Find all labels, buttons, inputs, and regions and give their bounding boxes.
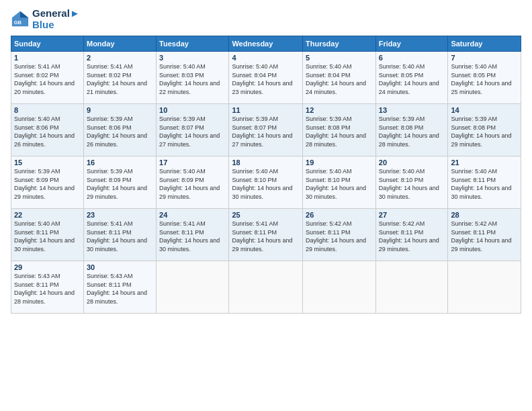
day-number: 16	[87, 158, 153, 167]
table-row: 22 Sunrise: 5:40 AM Sunset: 8:11 PM Dayl…	[11, 209, 84, 261]
table-row: 15 Sunrise: 5:39 AM Sunset: 8:09 PM Dayl…	[11, 156, 84, 209]
day-number: 23	[87, 211, 153, 219]
table-row: 12 Sunrise: 5:39 AM Sunset: 8:08 PM Dayl…	[303, 104, 376, 156]
cell-content: Sunrise: 5:43 AM Sunset: 8:11 PM Dayligh…	[14, 272, 81, 306]
day-number: 1	[14, 54, 81, 62]
table-row: 13 Sunrise: 5:39 AM Sunset: 8:08 PM Dayl…	[375, 104, 448, 156]
calendar-table: SundayMondayTuesdayWednesdayThursdayFrid…	[11, 36, 521, 314]
logo: GB General► Blue	[11, 8, 80, 30]
table-row: 2 Sunrise: 5:41 AM Sunset: 8:02 PM Dayli…	[83, 52, 156, 104]
day-number: 2	[87, 54, 153, 62]
day-number: 19	[306, 158, 373, 167]
day-number: 24	[159, 211, 226, 219]
weekday-header-tuesday: Tuesday	[157, 36, 229, 52]
table-row: 9 Sunrise: 5:39 AM Sunset: 8:06 PM Dayli…	[83, 104, 156, 156]
logo-text: General► Blue	[32, 8, 80, 30]
day-number: 22	[14, 211, 81, 219]
cell-content: Sunrise: 5:39 AM Sunset: 8:06 PM Dayligh…	[87, 115, 153, 148]
day-number: 4	[232, 54, 300, 62]
day-number: 27	[379, 211, 445, 219]
table-row	[375, 261, 448, 314]
day-number: 18	[232, 158, 300, 167]
day-number: 28	[451, 211, 518, 219]
cell-content: Sunrise: 5:40 AM Sunset: 8:05 PM Dayligh…	[451, 62, 518, 96]
table-row	[157, 261, 229, 314]
cell-content: Sunrise: 5:39 AM Sunset: 8:07 PM Dayligh…	[159, 115, 226, 148]
cell-content: Sunrise: 5:42 AM Sunset: 8:11 PM Dayligh…	[379, 220, 445, 253]
day-number: 29	[14, 263, 81, 271]
cell-content: Sunrise: 5:40 AM Sunset: 8:04 PM Dayligh…	[232, 62, 300, 96]
table-row: 16 Sunrise: 5:39 AM Sunset: 8:09 PM Dayl…	[83, 156, 156, 209]
day-number: 7	[451, 54, 518, 62]
svg-marker-1	[20, 11, 28, 17]
weekday-header-wednesday: Wednesday	[229, 36, 303, 52]
table-row: 14 Sunrise: 5:39 AM Sunset: 8:08 PM Dayl…	[448, 104, 521, 156]
cell-content: Sunrise: 5:41 AM Sunset: 8:02 PM Dayligh…	[87, 62, 153, 96]
table-row	[229, 261, 303, 314]
cell-content: Sunrise: 5:40 AM Sunset: 8:05 PM Dayligh…	[379, 62, 445, 96]
table-row: 19 Sunrise: 5:40 AM Sunset: 8:10 PM Dayl…	[303, 156, 376, 209]
table-row: 6 Sunrise: 5:40 AM Sunset: 8:05 PM Dayli…	[375, 52, 448, 104]
svg-text:GB: GB	[14, 19, 22, 25]
day-number: 21	[451, 158, 518, 167]
weekday-header-sunday: Sunday	[11, 36, 84, 52]
day-number: 25	[232, 211, 300, 219]
table-row: 11 Sunrise: 5:39 AM Sunset: 8:07 PM Dayl…	[229, 104, 303, 156]
day-number: 9	[87, 106, 153, 114]
cell-content: Sunrise: 5:39 AM Sunset: 8:08 PM Dayligh…	[379, 115, 445, 148]
table-row: 21 Sunrise: 5:40 AM Sunset: 8:11 PM Dayl…	[448, 156, 521, 209]
calendar-header: SundayMondayTuesdayWednesdayThursdayFrid…	[11, 36, 521, 52]
day-number: 26	[306, 211, 373, 219]
table-row: 28 Sunrise: 5:42 AM Sunset: 8:11 PM Dayl…	[448, 209, 521, 261]
logo-icon: GB	[11, 10, 30, 29]
day-number: 10	[159, 106, 226, 114]
cell-content: Sunrise: 5:42 AM Sunset: 8:11 PM Dayligh…	[451, 220, 518, 253]
weekday-header-thursday: Thursday	[303, 36, 376, 52]
cell-content: Sunrise: 5:40 AM Sunset: 8:06 PM Dayligh…	[14, 115, 81, 148]
table-row: 4 Sunrise: 5:40 AM Sunset: 8:04 PM Dayli…	[229, 52, 303, 104]
day-number: 11	[232, 106, 300, 114]
table-row: 7 Sunrise: 5:40 AM Sunset: 8:05 PM Dayli…	[448, 52, 521, 104]
cell-content: Sunrise: 5:40 AM Sunset: 8:10 PM Dayligh…	[379, 167, 445, 201]
table-row: 29 Sunrise: 5:43 AM Sunset: 8:11 PM Dayl…	[11, 261, 84, 314]
cell-content: Sunrise: 5:40 AM Sunset: 8:11 PM Dayligh…	[451, 167, 518, 201]
table-row: 8 Sunrise: 5:40 AM Sunset: 8:06 PM Dayli…	[11, 104, 84, 156]
table-row: 23 Sunrise: 5:41 AM Sunset: 8:11 PM Dayl…	[83, 209, 156, 261]
table-row: 20 Sunrise: 5:40 AM Sunset: 8:10 PM Dayl…	[375, 156, 448, 209]
day-number: 6	[379, 54, 445, 62]
day-number: 8	[14, 106, 81, 114]
day-number: 13	[379, 106, 445, 114]
cell-content: Sunrise: 5:39 AM Sunset: 8:09 PM Dayligh…	[87, 167, 153, 201]
day-number: 12	[306, 106, 373, 114]
cell-content: Sunrise: 5:43 AM Sunset: 8:11 PM Dayligh…	[87, 272, 153, 306]
cell-content: Sunrise: 5:40 AM Sunset: 8:04 PM Dayligh…	[306, 62, 373, 96]
cell-content: Sunrise: 5:40 AM Sunset: 8:09 PM Dayligh…	[159, 167, 226, 201]
table-row	[448, 261, 521, 314]
table-row: 10 Sunrise: 5:39 AM Sunset: 8:07 PM Dayl…	[157, 104, 229, 156]
day-number: 20	[379, 158, 445, 167]
weekday-header-monday: Monday	[83, 36, 156, 52]
cell-content: Sunrise: 5:41 AM Sunset: 8:02 PM Dayligh…	[14, 62, 81, 96]
cell-content: Sunrise: 5:41 AM Sunset: 8:11 PM Dayligh…	[87, 220, 153, 253]
cell-content: Sunrise: 5:39 AM Sunset: 8:08 PM Dayligh…	[451, 115, 518, 148]
table-row: 27 Sunrise: 5:42 AM Sunset: 8:11 PM Dayl…	[375, 209, 448, 261]
table-row	[303, 261, 376, 314]
cell-content: Sunrise: 5:41 AM Sunset: 8:11 PM Dayligh…	[232, 220, 300, 253]
table-row: 5 Sunrise: 5:40 AM Sunset: 8:04 PM Dayli…	[303, 52, 376, 104]
cell-content: Sunrise: 5:42 AM Sunset: 8:11 PM Dayligh…	[306, 220, 373, 253]
table-row: 30 Sunrise: 5:43 AM Sunset: 8:11 PM Dayl…	[83, 261, 156, 314]
table-row: 3 Sunrise: 5:40 AM Sunset: 8:03 PM Dayli…	[157, 52, 229, 104]
cell-content: Sunrise: 5:40 AM Sunset: 8:10 PM Dayligh…	[232, 167, 300, 201]
weekday-header-saturday: Saturday	[448, 36, 521, 52]
day-number: 17	[159, 158, 226, 167]
day-number: 14	[451, 106, 518, 114]
table-row: 18 Sunrise: 5:40 AM Sunset: 8:10 PM Dayl…	[229, 156, 303, 209]
cell-content: Sunrise: 5:40 AM Sunset: 8:10 PM Dayligh…	[306, 167, 373, 201]
weekday-header-friday: Friday	[375, 36, 448, 52]
cell-content: Sunrise: 5:40 AM Sunset: 8:03 PM Dayligh…	[159, 62, 226, 96]
day-number: 15	[14, 158, 81, 167]
day-number: 5	[306, 54, 373, 62]
table-row: 17 Sunrise: 5:40 AM Sunset: 8:09 PM Dayl…	[157, 156, 229, 209]
day-number: 3	[159, 54, 226, 62]
table-row: 24 Sunrise: 5:41 AM Sunset: 8:11 PM Dayl…	[157, 209, 229, 261]
